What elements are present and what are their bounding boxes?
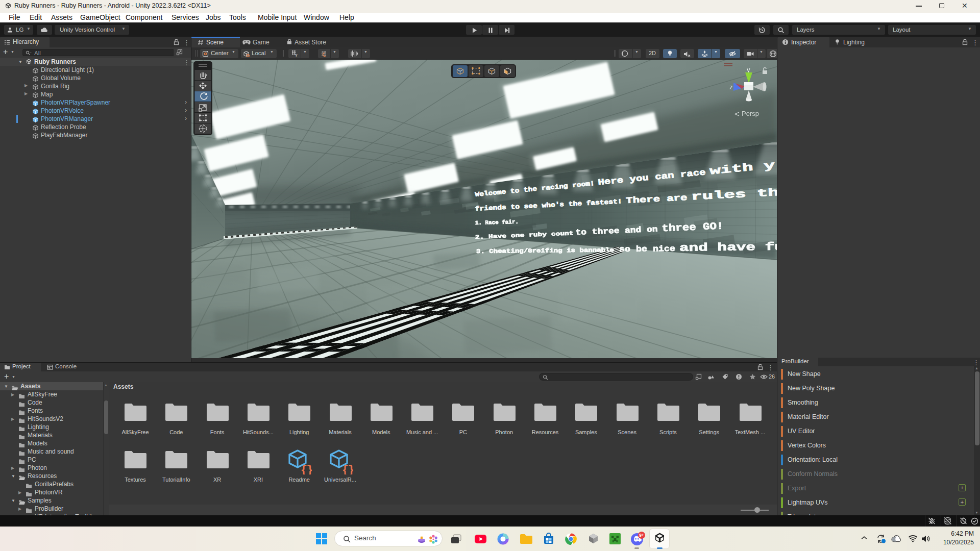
svg-text:z: z bbox=[729, 83, 733, 91]
svg-text:9+: 9+ bbox=[639, 533, 644, 538]
svg-text:{}: {} bbox=[301, 464, 312, 474]
svg-text:y: y bbox=[747, 66, 750, 73]
svg-text:so be nice: so be nice bbox=[619, 244, 675, 254]
svg-text:and have fu: and have fu bbox=[679, 241, 777, 254]
svg-text:{}: {} bbox=[342, 464, 353, 474]
svg-text:Persp: Persp bbox=[742, 110, 759, 117]
svg-text:1. Race fair.: 1. Race fair. bbox=[475, 219, 519, 226]
svg-text:Y: Y bbox=[295, 54, 298, 57]
